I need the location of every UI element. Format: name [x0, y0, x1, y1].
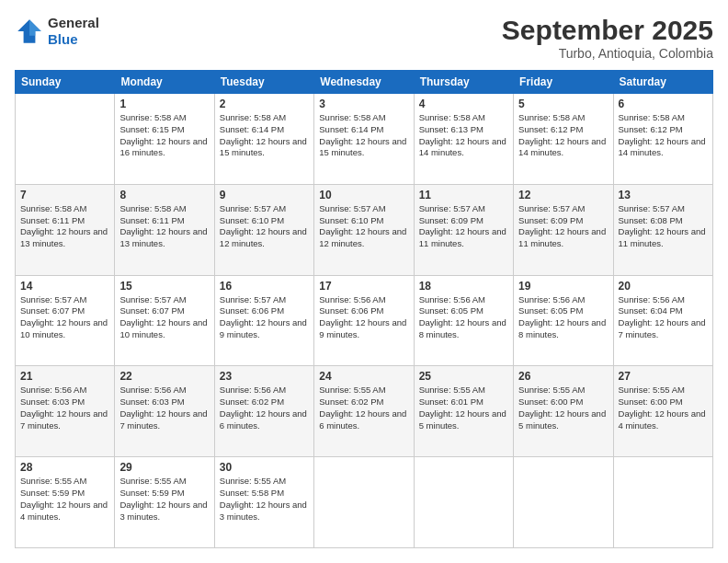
day-info: Sunrise: 5:56 AMSunset: 6:03 PMDaylight:…: [119, 385, 209, 431]
day-info: Sunrise: 5:57 AMSunset: 6:09 PMDaylight:…: [419, 203, 508, 250]
day-info: Sunrise: 5:55 AMSunset: 5:58 PMDaylight:…: [220, 476, 309, 523]
day-number: 19: [518, 280, 608, 293]
day-info: Sunrise: 5:58 AMSunset: 6:12 PMDaylight:…: [518, 112, 608, 159]
day-info: Sunrise: 5:57 AMSunset: 6:10 PMDaylight:…: [319, 203, 408, 250]
col-header-saturday: Saturday: [613, 71, 712, 94]
day-number: 10: [319, 189, 408, 201]
day-info: Sunrise: 5:58 AMSunset: 6:14 PMDaylight:…: [319, 112, 408, 159]
col-header-friday: Friday: [514, 71, 613, 94]
calendar-table: SundayMondayTuesdayWednesdayThursdayFrid…: [15, 70, 713, 548]
day-info: Sunrise: 5:56 AMSunset: 6:05 PMDaylight:…: [419, 294, 508, 341]
col-header-thursday: Thursday: [414, 71, 513, 94]
month-title: September 2025: [502, 15, 713, 46]
day-number: 1: [119, 98, 209, 110]
day-number: 7: [20, 189, 109, 201]
day-number: 21: [20, 370, 109, 383]
day-info: Sunrise: 5:57 AMSunset: 6:10 PMDaylight:…: [220, 203, 309, 250]
day-info: Sunrise: 5:56 AMSunset: 6:06 PMDaylight:…: [319, 294, 408, 341]
calendar-cell: 28Sunrise: 5:55 AMSunset: 5:59 PMDayligh…: [16, 457, 115, 548]
day-info: Sunrise: 5:56 AMSunset: 6:02 PMDaylight:…: [220, 385, 309, 431]
col-header-wednesday: Wednesday: [314, 71, 414, 94]
day-info: Sunrise: 5:56 AMSunset: 6:04 PMDaylight:…: [619, 294, 708, 341]
calendar-cell: 24Sunrise: 5:55 AMSunset: 6:02 PMDayligh…: [314, 366, 414, 457]
day-info: Sunrise: 5:57 AMSunset: 6:08 PMDaylight:…: [619, 203, 708, 250]
day-info: Sunrise: 5:55 AMSunset: 6:02 PMDaylight:…: [319, 385, 408, 431]
calendar-cell: 17Sunrise: 5:56 AMSunset: 6:06 PMDayligh…: [314, 275, 414, 366]
svg-marker-1: [29, 19, 41, 36]
logo-general-text: General: [48, 15, 99, 31]
col-header-tuesday: Tuesday: [214, 71, 313, 94]
calendar-cell: 30Sunrise: 5:55 AMSunset: 5:58 PMDayligh…: [214, 457, 313, 548]
calendar-cell: 4Sunrise: 5:58 AMSunset: 6:13 PMDaylight…: [414, 94, 513, 185]
calendar-cell: 7Sunrise: 5:58 AMSunset: 6:11 PMDaylight…: [16, 184, 115, 275]
day-info: Sunrise: 5:58 AMSunset: 6:11 PMDaylight:…: [20, 203, 109, 250]
calendar-cell: 18Sunrise: 5:56 AMSunset: 6:05 PMDayligh…: [414, 275, 513, 366]
calendar-cell: 1Sunrise: 5:58 AMSunset: 6:15 PMDaylight…: [115, 94, 214, 185]
calendar-cell: [414, 457, 513, 548]
calendar-cell: 3Sunrise: 5:58 AMSunset: 6:14 PMDaylight…: [314, 94, 414, 185]
day-number: 27: [619, 370, 708, 383]
day-number: 6: [619, 98, 708, 110]
calendar-cell: 6Sunrise: 5:58 AMSunset: 6:12 PMDaylight…: [613, 94, 712, 185]
day-info: Sunrise: 5:58 AMSunset: 6:13 PMDaylight:…: [419, 112, 508, 159]
day-info: Sunrise: 5:57 AMSunset: 6:07 PMDaylight:…: [20, 294, 109, 341]
location: Turbo, Antioquia, Colombia: [502, 46, 713, 61]
day-info: Sunrise: 5:58 AMSunset: 6:11 PMDaylight:…: [119, 203, 209, 250]
col-header-sunday: Sunday: [16, 71, 115, 94]
day-number: 17: [319, 280, 408, 293]
day-info: Sunrise: 5:55 AMSunset: 6:00 PMDaylight:…: [518, 385, 608, 431]
day-number: 16: [220, 280, 309, 293]
calendar-cell: 10Sunrise: 5:57 AMSunset: 6:10 PMDayligh…: [314, 184, 414, 275]
calendar-cell: 19Sunrise: 5:56 AMSunset: 6:05 PMDayligh…: [514, 275, 613, 366]
calendar-cell: 2Sunrise: 5:58 AMSunset: 6:14 PMDaylight…: [214, 94, 313, 185]
calendar-cell: 21Sunrise: 5:56 AMSunset: 6:03 PMDayligh…: [16, 366, 115, 457]
calendar-cell: 5Sunrise: 5:58 AMSunset: 6:12 PMDaylight…: [514, 94, 613, 185]
calendar-cell: 25Sunrise: 5:55 AMSunset: 6:01 PMDayligh…: [414, 366, 513, 457]
calendar-header-row: SundayMondayTuesdayWednesdayThursdayFrid…: [16, 71, 713, 94]
calendar-cell: 15Sunrise: 5:57 AMSunset: 6:07 PMDayligh…: [115, 275, 214, 366]
logo: General Blue: [15, 15, 99, 48]
day-info: Sunrise: 5:58 AMSunset: 6:12 PMDaylight:…: [619, 112, 708, 159]
calendar-cell: 11Sunrise: 5:57 AMSunset: 6:09 PMDayligh…: [414, 184, 513, 275]
calendar-cell: 14Sunrise: 5:57 AMSunset: 6:07 PMDayligh…: [16, 275, 115, 366]
day-number: 25: [419, 370, 508, 383]
calendar-cell: 9Sunrise: 5:57 AMSunset: 6:10 PMDaylight…: [214, 184, 313, 275]
day-info: Sunrise: 5:55 AMSunset: 5:59 PMDaylight:…: [119, 476, 209, 523]
day-number: 12: [518, 189, 608, 201]
week-row-3: 14Sunrise: 5:57 AMSunset: 6:07 PMDayligh…: [16, 275, 713, 366]
day-info: Sunrise: 5:55 AMSunset: 6:00 PMDaylight:…: [619, 385, 708, 431]
day-number: 18: [419, 280, 508, 293]
day-number: 23: [220, 370, 309, 383]
calendar-cell: 12Sunrise: 5:57 AMSunset: 6:09 PMDayligh…: [514, 184, 613, 275]
day-info: Sunrise: 5:55 AMSunset: 5:59 PMDaylight:…: [20, 476, 109, 523]
week-row-1: 1Sunrise: 5:58 AMSunset: 6:15 PMDaylight…: [16, 94, 713, 185]
page: General Blue September 2025 Turbo, Antio…: [0, 0, 728, 563]
calendar-cell: 20Sunrise: 5:56 AMSunset: 6:04 PMDayligh…: [613, 275, 712, 366]
day-number: 13: [619, 189, 708, 201]
calendar-cell: 8Sunrise: 5:58 AMSunset: 6:11 PMDaylight…: [115, 184, 214, 275]
calendar-cell: 22Sunrise: 5:56 AMSunset: 6:03 PMDayligh…: [115, 366, 214, 457]
day-info: Sunrise: 5:56 AMSunset: 6:05 PMDaylight:…: [518, 294, 608, 341]
day-number: 22: [119, 370, 209, 383]
day-number: 3: [319, 98, 408, 110]
day-number: 29: [119, 461, 209, 474]
title-block: September 2025 Turbo, Antioquia, Colombi…: [502, 15, 713, 61]
day-info: Sunrise: 5:56 AMSunset: 6:03 PMDaylight:…: [20, 385, 109, 431]
calendar-cell: 26Sunrise: 5:55 AMSunset: 6:00 PMDayligh…: [514, 366, 613, 457]
calendar-cell: [613, 457, 712, 548]
calendar-cell: 23Sunrise: 5:56 AMSunset: 6:02 PMDayligh…: [214, 366, 313, 457]
logo-blue-text: Blue: [48, 31, 99, 48]
day-number: 2: [220, 98, 309, 110]
day-info: Sunrise: 5:57 AMSunset: 6:06 PMDaylight:…: [220, 294, 309, 341]
week-row-2: 7Sunrise: 5:58 AMSunset: 6:11 PMDaylight…: [16, 184, 713, 275]
day-number: 15: [119, 280, 209, 293]
day-info: Sunrise: 5:55 AMSunset: 6:01 PMDaylight:…: [419, 385, 508, 431]
calendar-cell: [514, 457, 613, 548]
day-number: 4: [419, 98, 508, 110]
day-number: 11: [419, 189, 508, 201]
day-number: 5: [518, 98, 608, 110]
day-number: 8: [119, 189, 209, 201]
day-number: 28: [20, 461, 109, 474]
logo-icon: [15, 17, 44, 46]
day-info: Sunrise: 5:57 AMSunset: 6:09 PMDaylight:…: [518, 203, 608, 250]
